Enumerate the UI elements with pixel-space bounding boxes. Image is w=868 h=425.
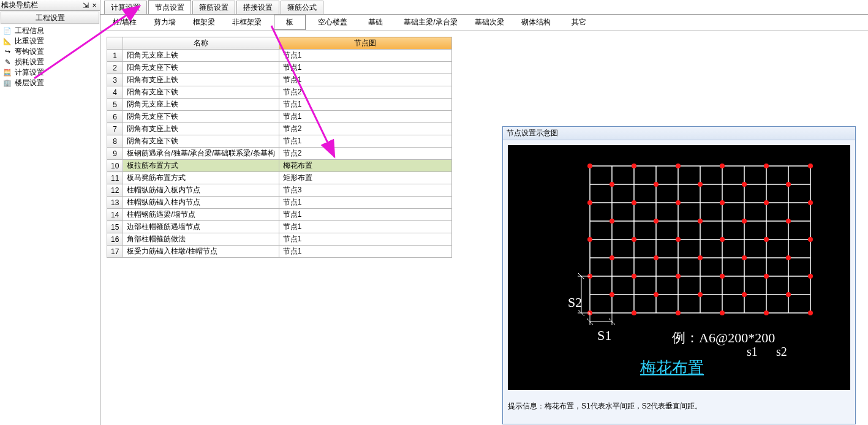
sub-tab[interactable]: 其它 xyxy=(563,15,595,29)
column-header-node[interactable]: 节点图 xyxy=(279,37,451,50)
hint-text: 梅花布置，S1代表水平间距，S2代表垂直间距。 xyxy=(545,402,702,410)
cell-node[interactable]: 节点2 xyxy=(279,148,451,160)
cell-node[interactable]: 矩形布置 xyxy=(279,172,451,184)
svg-point-20 xyxy=(587,164,592,168)
svg-point-46 xyxy=(764,237,769,242)
table-row[interactable]: 12柱帽纵筋锚入板内节点节点3 xyxy=(107,184,452,197)
cell-name[interactable]: 角部柱帽箍筋做法 xyxy=(123,233,279,246)
table-row[interactable]: 2阳角无支座下铁节点1 xyxy=(107,62,452,74)
cell-node[interactable]: 梅花布置 xyxy=(279,160,451,172)
table-row[interactable]: 5阴角无支座上铁节点1 xyxy=(107,99,452,111)
cell-node[interactable]: 节点1 xyxy=(279,209,451,221)
cell-name[interactable]: 边部柱帽箍筋遇墙节点 xyxy=(123,221,279,233)
top-tab[interactable]: 箍筋设置 xyxy=(192,1,235,14)
cell-name[interactable]: 阳角有支座上铁 xyxy=(123,74,279,86)
nav-item-label: 楼层设置 xyxy=(15,78,44,88)
svg-point-43 xyxy=(632,237,636,242)
nav-item-5[interactable]: 🏢楼层设置 xyxy=(0,78,100,88)
svg-point-45 xyxy=(720,237,725,242)
nav-item-icon: 📐 xyxy=(2,37,12,46)
svg-point-48 xyxy=(609,255,614,260)
cell-node[interactable]: 节点3 xyxy=(279,184,451,197)
cell-name[interactable]: 阴角无支座下铁 xyxy=(123,111,279,123)
cell-node[interactable]: 节点1 xyxy=(279,62,451,74)
column-header-name[interactable]: 名称 xyxy=(123,37,279,50)
svg-point-32 xyxy=(632,200,636,205)
svg-point-27 xyxy=(654,182,659,187)
cell-name[interactable]: 柱帽纵筋锚入柱内节点 xyxy=(123,197,279,209)
cell-name[interactable]: 板马凳筋布置方式 xyxy=(123,172,279,184)
table-row[interactable]: 6阴角无支座下铁节点1 xyxy=(107,111,452,123)
table-row[interactable]: 11板马凳筋布置方式矩形布置 xyxy=(107,172,452,184)
cell-node[interactable]: 节点1 xyxy=(279,221,451,233)
cell-name[interactable]: 柱帽纵筋锚入板内节点 xyxy=(123,184,279,197)
cell-name[interactable]: 板拉筋布置方式 xyxy=(123,160,279,172)
svg-point-47 xyxy=(808,237,813,242)
cell-node[interactable]: 节点2 xyxy=(279,86,451,99)
sub-tab[interactable]: 板 xyxy=(274,15,306,30)
cell-node[interactable]: 节点1 xyxy=(279,50,451,62)
sub-tab[interactable]: 框架梁 xyxy=(188,15,220,29)
row-number: 3 xyxy=(107,74,123,86)
sub-tab[interactable]: 非框架梁 xyxy=(227,15,266,29)
table-row[interactable]: 15边部柱帽箍筋遇墙节点节点1 xyxy=(107,221,452,233)
sub-tab[interactable]: 基础次梁 xyxy=(470,15,509,29)
cell-name[interactable]: 板受力筋锚入柱墩/柱帽节点 xyxy=(123,246,279,258)
row-number: 6 xyxy=(107,111,123,123)
svg-point-44 xyxy=(676,237,681,242)
sub-tab[interactable]: 空心楼盖 xyxy=(313,15,352,29)
nav-item-1[interactable]: 📐比重设置 xyxy=(0,36,100,47)
cell-name[interactable]: 板钢筋遇承台/独基/承台梁/基础联系梁/条基构 xyxy=(123,148,279,160)
cell-node[interactable]: 节点1 xyxy=(279,197,451,209)
nav-item-label: 计算设置 xyxy=(15,67,44,78)
nav-item-2[interactable]: ↪弯钩设置 xyxy=(0,47,100,57)
cell-node[interactable]: 节点1 xyxy=(279,135,451,148)
svg-point-49 xyxy=(654,255,659,260)
table-row[interactable]: 1阳角无支座上铁节点1 xyxy=(107,50,452,62)
svg-point-58 xyxy=(808,274,813,279)
cell-name[interactable]: 阳角无支座下铁 xyxy=(123,62,279,74)
node-preview-panel: 节点设置示意图 S2 S1 例：A6@200*200 s1 s2 梅花布置 提示… xyxy=(502,126,856,424)
cell-name[interactable]: 阳角无支座上铁 xyxy=(123,50,279,62)
sub-tab[interactable]: 基础主梁/承台梁 xyxy=(399,15,462,29)
sub-tab[interactable]: 砌体结构 xyxy=(516,15,556,29)
svg-point-63 xyxy=(786,292,791,297)
table-row[interactable]: 8阴角有支座下铁节点1 xyxy=(107,135,452,148)
cell-name[interactable]: 阴角有支座上铁 xyxy=(123,123,279,135)
sub-tab[interactable]: 剪力墙 xyxy=(149,15,181,29)
cell-node[interactable]: 节点1 xyxy=(279,99,451,111)
table-row[interactable]: 9板钢筋遇承台/独基/承台梁/基础联系梁/条基构节点2 xyxy=(107,148,452,160)
top-tab[interactable]: 节点设置 xyxy=(148,0,191,14)
cell-node[interactable]: 节点1 xyxy=(279,246,451,258)
cell-name[interactable]: 阴角无支座上铁 xyxy=(123,99,279,111)
svg-point-28 xyxy=(698,182,703,187)
table-row[interactable]: 14柱帽钢筋遇梁/墙节点节点1 xyxy=(107,209,452,221)
table-row[interactable]: 13柱帽纵筋锚入柱内节点节点1 xyxy=(107,197,452,209)
cell-name[interactable]: 阴角有支座下铁 xyxy=(123,135,279,148)
pin-icon[interactable]: ⇲ xyxy=(81,1,90,10)
cell-node[interactable]: 节点1 xyxy=(279,233,451,246)
row-number: 8 xyxy=(107,135,123,148)
sub-tab[interactable]: 柱/墙柱 xyxy=(108,15,142,29)
nav-item-3[interactable]: ✎损耗设置 xyxy=(0,57,100,67)
close-icon[interactable]: × xyxy=(90,1,99,10)
table-row[interactable]: 10板拉筋布置方式梅花布置 xyxy=(107,160,452,172)
top-tab[interactable]: 箍筋公式 xyxy=(281,1,323,14)
table-row[interactable]: 3阳角有支座上铁节点1 xyxy=(107,74,452,86)
table-row[interactable]: 16角部柱帽箍筋做法节点1 xyxy=(107,233,452,246)
table-row[interactable]: 7阴角有支座上铁节点2 xyxy=(107,123,452,135)
nav-item-0[interactable]: 📄工程信息 xyxy=(0,26,100,36)
cell-node[interactable]: 节点1 xyxy=(279,111,451,123)
cell-name[interactable]: 阳角有支座下铁 xyxy=(123,86,279,99)
top-tab[interactable]: 搭接设置 xyxy=(236,1,279,14)
nav-item-4[interactable]: 🧮计算设置 xyxy=(0,67,100,78)
top-tab[interactable]: 计算设置 xyxy=(104,1,147,14)
table-row[interactable]: 4阳角有支座下铁节点2 xyxy=(107,86,452,99)
cell-node[interactable]: 节点2 xyxy=(279,123,451,135)
cell-name[interactable]: 柱帽钢筋遇梁/墙节点 xyxy=(123,209,279,221)
sub-tab[interactable]: 基础 xyxy=(360,15,391,29)
table-row[interactable]: 17板受力筋锚入柱墩/柱帽节点节点1 xyxy=(107,246,452,258)
cell-node[interactable]: 节点1 xyxy=(279,74,451,86)
row-number: 5 xyxy=(107,99,123,111)
nav-section-header[interactable]: 工程设置 xyxy=(1,12,99,24)
